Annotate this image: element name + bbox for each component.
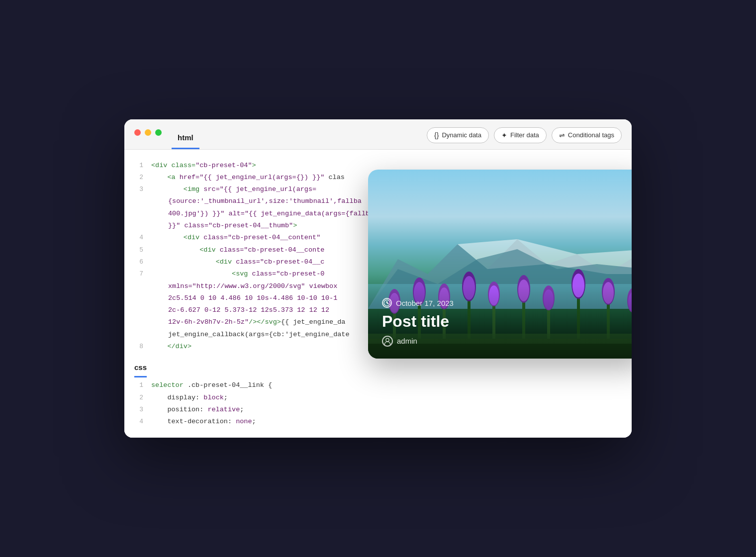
dynamic-data-label: Dynamic data (442, 131, 481, 139)
code-line-3a: {source:'_thumbnail_url',size:'thumbnail… (134, 195, 403, 207)
dynamic-data-icon: {} (434, 131, 439, 139)
dynamic-data-button[interactable]: {} Dynamic data (427, 127, 489, 143)
code-line-4: 4 <div class="cb-preset-04__content" (134, 232, 403, 244)
svg-point-37 (386, 338, 389, 341)
close-button[interactable] (134, 129, 141, 136)
card-overlay: October 17, 2023 Post title admin (368, 286, 632, 358)
card-author: admin (382, 336, 632, 347)
code-line-2: 2 <a href="{{ jet_engine_url(args={}) }}… (134, 172, 403, 184)
code-line-5: 5 <div class="cb-preset-04__conte (134, 244, 403, 256)
filter-data-icon: ✦ (501, 131, 507, 139)
css-code-section: 1 selector .cb-preset-04__link { 2 displ… (124, 379, 413, 428)
code-line-8: 8 </div> (134, 341, 403, 353)
app-window: html {} Dynamic data ✦ Filter data ⇌ Con… (124, 119, 632, 438)
conditional-tags-button[interactable]: ⇌ Conditional tags (552, 127, 622, 143)
minimize-button[interactable] (145, 129, 151, 136)
code-line-7d: 12v-6h-2v8h7v-2h-5z"/></svg>{{ jet_engin… (134, 316, 403, 328)
traffic-lights (134, 127, 162, 144)
filter-data-button[interactable]: ✦ Filter data (494, 127, 547, 143)
clock-icon (382, 298, 392, 308)
css-line-2: 2 display: block; (134, 392, 403, 404)
code-line-3c: }}" class="cb-preset-04__thumb"> (134, 220, 403, 232)
code-line-7: 7 <svg class="cb-preset-0 (134, 268, 403, 280)
maximize-button[interactable] (155, 129, 162, 136)
code-line-6: 6 <div class="cb-preset-04__c (134, 256, 403, 268)
code-line-7e: jet_engine_callback(args={cb:'jet_engine… (134, 329, 403, 341)
card-date: October 17, 2023 (382, 298, 632, 308)
code-line-3: 3 <img src="{{ jet_engine_url(args= (134, 184, 403, 195)
tabs-area: html {} Dynamic data ✦ Filter data ⇌ Con… (172, 127, 622, 149)
svg-point-36 (384, 300, 390, 306)
author-text: admin (397, 337, 417, 345)
card-image: October 17, 2023 Post title admin (368, 170, 632, 359)
code-line-7a: xmlns="http://www.w3.org/2000/svg" viewb… (134, 280, 403, 292)
conditional-tags-label: Conditional tags (568, 131, 614, 139)
toolbar-buttons: {} Dynamic data ✦ Filter data ⇌ Conditio… (427, 127, 622, 149)
css-line-4: 4 text-decoration: none; (134, 416, 403, 428)
code-line-7b: 2c5.514 0 10 4.486 10 10s-4.486 10-10 10… (134, 292, 403, 304)
conditional-tags-icon: ⇌ (559, 131, 565, 139)
code-line-3b: 400.jpg'}) }}" alt="{{ jet_engine_data(a… (134, 208, 403, 220)
code-line-7c: 2c-6.627 0-12 5.373-12 12s5.373 12 12 12 (134, 304, 403, 316)
tab-html[interactable]: html (172, 129, 199, 149)
date-text: October 17, 2023 (396, 299, 454, 307)
filter-data-label: Filter data (510, 131, 539, 139)
css-line-1: 1 selector .cb-preset-04__link { (134, 379, 403, 391)
css-label: css (134, 361, 147, 377)
author-avatar-icon (382, 336, 393, 347)
code-line-1: 1 <div class="cb-preset-04"> (134, 160, 403, 172)
titlebar: html {} Dynamic data ✦ Filter data ⇌ Con… (124, 119, 632, 150)
card-title: Post title (382, 313, 632, 330)
preview-card: October 17, 2023 Post title admin (368, 170, 632, 359)
css-line-3: 3 position: relative; (134, 404, 403, 416)
main-content: 1 <div class="cb-preset-04"> 2 <a href="… (124, 150, 632, 438)
